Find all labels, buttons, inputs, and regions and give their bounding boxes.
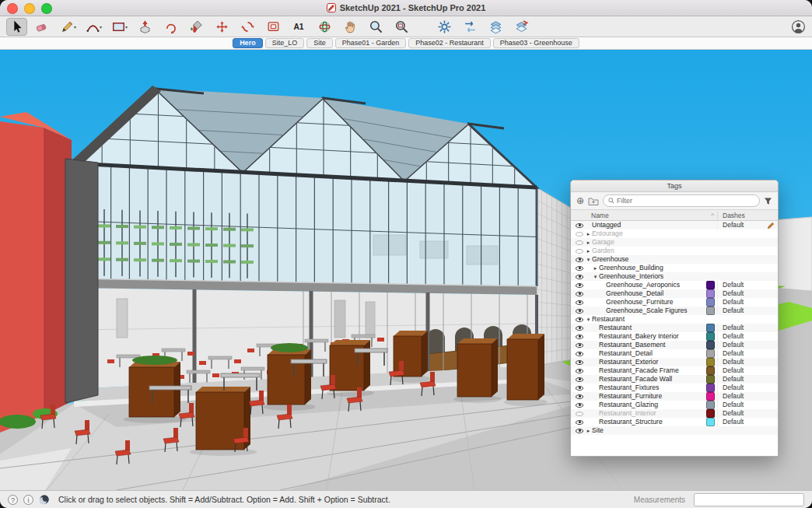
tag-dashes-value[interactable]: Default <box>717 324 778 332</box>
tag-color-swatch[interactable] <box>706 409 715 418</box>
tag-row[interactable]: Greenhouse_Furniture Default <box>571 298 778 307</box>
tool-pan[interactable]: ▾ <box>340 18 361 36</box>
expand-arrow-icon[interactable]: ▸ <box>585 238 592 247</box>
tool-paint-bucket[interactable]: ▾ <box>186 18 207 36</box>
tool-export-scenes[interactable]: ▾ <box>511 18 532 36</box>
visibility-eye-icon[interactable] <box>574 403 585 408</box>
close-button[interactable] <box>7 3 18 14</box>
tag-row[interactable]: Restaurant Default <box>571 324 778 332</box>
minimize-button[interactable] <box>24 3 35 14</box>
tag-row[interactable]: Restaurant_Facade Frame Default <box>571 366 778 375</box>
tag-dashes-value[interactable]: Default <box>717 349 778 358</box>
tool-zoom-extents[interactable]: ▾ <box>391 18 412 36</box>
add-tag-button[interactable]: ⊕ <box>576 196 584 205</box>
filter-options-button[interactable] <box>764 197 772 205</box>
expand-arrow-icon[interactable]: ▾ <box>585 315 592 324</box>
tag-dashes-value[interactable]: Default <box>717 289 778 298</box>
tool-select[interactable]: ▾ <box>6 18 27 36</box>
tag-dashes-value[interactable]: Default <box>717 341 778 349</box>
tag-dashes-value[interactable]: Default <box>717 418 778 426</box>
visibility-eye-icon[interactable] <box>574 326 585 331</box>
visibility-eye-icon[interactable] <box>574 232 585 236</box>
visibility-eye-icon[interactable] <box>574 352 585 356</box>
visibility-eye-icon[interactable] <box>574 309 585 314</box>
scene-tab-phase02-restaurant[interactable]: Phase02 - Restaurant <box>408 38 491 48</box>
expand-arrow-icon[interactable]: ▾ <box>585 255 592 264</box>
visibility-eye-icon[interactable] <box>574 317 585 322</box>
visibility-eye-icon[interactable] <box>574 394 585 399</box>
tool-orbit[interactable]: ▾ <box>314 18 335 36</box>
visibility-eye-icon[interactable] <box>574 420 585 425</box>
visibility-eye-icon[interactable] <box>574 292 585 296</box>
visibility-eye-icon[interactable] <box>574 386 585 391</box>
help-icon[interactable]: ? <box>8 495 18 505</box>
tag-row[interactable]: Greenhouse_Scale Figures Default <box>571 307 778 315</box>
tool-component-exchange[interactable]: ▾ <box>460 18 481 36</box>
tag-dashes-value[interactable]: Default <box>717 221 778 229</box>
visibility-eye-icon[interactable] <box>574 223 585 228</box>
tag-dashes-value[interactable]: Default <box>717 366 778 375</box>
zoom-window-button[interactable] <box>41 3 52 14</box>
expand-arrow-icon[interactable]: ▸ <box>585 426 592 435</box>
tag-color-swatch[interactable] <box>706 375 715 384</box>
tag-row[interactable]: Restaurant_Furniture Default <box>571 392 778 401</box>
tool-follow-me[interactable]: ▾ <box>160 18 181 36</box>
tag-color-swatch[interactable] <box>706 324 715 332</box>
scene-tab-site[interactable]: Site <box>306 38 333 48</box>
tag-color-swatch[interactable] <box>706 349 715 358</box>
tag-color-swatch[interactable] <box>706 341 715 349</box>
tag-row[interactable]: ▸ Greenhouse_Building <box>571 264 778 272</box>
tag-dashes-value[interactable]: Default <box>717 384 778 392</box>
3d-viewport[interactable]: Tags ⊕ Name^ Dashes <box>0 50 812 490</box>
tool-line[interactable]: ▾ <box>58 18 79 36</box>
edit-pencil-icon[interactable] <box>767 222 775 229</box>
visibility-eye-icon[interactable] <box>574 283 585 288</box>
visibility-eye-icon[interactable] <box>574 249 585 254</box>
tag-row[interactable]: ▸ Site <box>571 426 778 435</box>
tool-shapes[interactable]: ▾ <box>109 18 130 36</box>
visibility-eye-icon[interactable] <box>574 335 585 339</box>
tool-push-pull[interactable]: ▾ <box>135 18 156 36</box>
column-header-name[interactable]: Name^ <box>571 212 717 219</box>
visibility-eye-icon[interactable] <box>574 343 585 348</box>
tag-dashes-value[interactable]: Default <box>717 409 778 418</box>
tag-dashes-value[interactable]: Default <box>717 401 778 409</box>
tag-color-swatch[interactable] <box>706 289 715 298</box>
tag-row[interactable]: Restaurant_Interior Default <box>571 409 778 418</box>
tag-color-swatch[interactable] <box>706 332 715 341</box>
tool-section-display[interactable]: ▾ <box>485 18 506 36</box>
tool-rotate[interactable]: ▾ <box>237 18 258 36</box>
add-tag-folder-button[interactable] <box>588 197 599 205</box>
dropdown-caret-icon[interactable]: ▾ <box>125 24 128 30</box>
visibility-eye-icon[interactable] <box>574 377 585 382</box>
tag-row[interactable]: ▸ Entourage <box>571 229 778 238</box>
expand-arrow-icon[interactable]: ▸ <box>585 247 592 255</box>
tag-color-swatch[interactable] <box>706 298 715 307</box>
tag-row[interactable]: Restaurant_Detail Default <box>571 349 778 358</box>
tag-color-swatch[interactable] <box>706 366 715 375</box>
tag-dashes-value[interactable]: Default <box>717 392 778 401</box>
tool-text[interactable]: A1 ▾ <box>289 18 310 36</box>
tag-row[interactable]: Greenhouse_Detail Default <box>571 289 778 298</box>
visibility-eye-icon[interactable] <box>574 258 585 262</box>
tag-row[interactable]: Greenhouse_Aeroponics Default <box>571 281 778 289</box>
tool-arc[interactable]: ▾ <box>83 18 104 36</box>
tag-row[interactable]: Restaurant_Exterior Default <box>571 358 778 366</box>
measurements-input[interactable] <box>694 493 804 506</box>
expand-arrow-icon[interactable]: ▾ <box>592 272 599 281</box>
tool-zoom[interactable]: ▾ <box>366 18 387 36</box>
expand-arrow-icon[interactable]: ▸ <box>585 229 592 238</box>
tag-row[interactable]: ▸ Garage <box>571 238 778 247</box>
tag-row[interactable]: Restaurant_Basement Default <box>571 341 778 349</box>
tag-row[interactable]: Restaurant_Structure Default <box>571 418 778 426</box>
tag-dashes-value[interactable]: Default <box>717 307 778 315</box>
visibility-eye-icon[interactable] <box>574 266 585 271</box>
tag-dashes-value[interactable]: Default <box>717 298 778 307</box>
tag-row[interactable]: Restaurant_Facade Wall Default <box>571 375 778 384</box>
tag-color-swatch[interactable] <box>706 418 715 426</box>
tag-row[interactable]: ▾ Greenhouse_Interiors <box>571 272 778 281</box>
tag-color-swatch[interactable] <box>706 384 715 392</box>
tag-row[interactable]: ▸ Garden <box>571 247 778 255</box>
scene-tab-site-lo[interactable]: Site_LO <box>265 38 305 48</box>
account-avatar-button[interactable] <box>791 19 806 34</box>
